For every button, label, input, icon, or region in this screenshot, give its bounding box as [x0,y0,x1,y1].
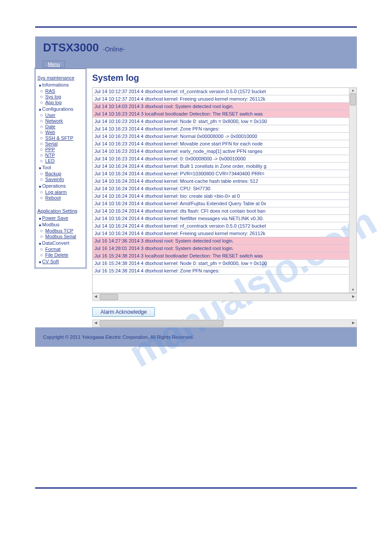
sidebar-category-configurations[interactable]: Configurations [39,106,84,112]
log-row[interactable]: Jul 14 10:16:24 2014 4 dtsxhost kernel: … [93,207,356,215]
log-horizontal-scrollbar[interactable]: ◀ ▶ [92,293,357,301]
scroll-thumb-h2[interactable] [100,320,223,326]
scroll-thumb[interactable] [350,93,356,105]
copyright: Copyright © 2011 Yokogawa Electric Corpo… [43,334,194,340]
page-horizontal-scrollbar[interactable]: ◀ ▶ [92,319,357,327]
app-title: DTSX3000 [43,41,99,54]
sidebar-item-sys-log[interactable]: Sys log [45,94,84,99]
log-row[interactable]: Jul 14 10:16:23 2014 4 dtsxhost kernel: … [93,148,356,155]
sidebar-item-reboot[interactable]: Reboot [45,195,84,200]
sidebar-category-operations[interactable]: Operations [39,183,84,189]
log-row[interactable]: Jul 14 10:16:23 2014 4 dtsxhost kernel: … [93,155,356,163]
sidebar-item-log-alarm[interactable]: Log alarm [45,189,84,195]
sidebar-item-ras[interactable]: RAS [45,88,84,94]
log-row[interactable]: Jul 14 10:16:23 2014 3 localhost bootloa… [93,110,356,118]
log-row[interactable]: Jul 14 10:16:24 2014 4 dtsxhost kernel: … [93,163,356,170]
log-list[interactable]: Jul 14 10:12:37 2014 4 dtsxhost kernel: … [92,87,357,293]
main-panel: System log Jul 14 10:12:37 2014 4 dtsxho… [86,69,357,327]
log-row[interactable]: Jul 14 10:14:03 2014 3 dtsxhost root: Sy… [93,103,356,110]
sidebar-item-ntp[interactable]: NTP [45,152,84,158]
menu-button[interactable]: Menu [43,61,65,68]
sidebar-item-saveinfo[interactable]: Saveinfo [45,177,84,182]
log-row[interactable]: Jul 14 10:12:37 2014 4 dtsxhost kernel: … [93,95,356,103]
alarm-acknowledge-button[interactable]: Alarm Acknowledge [92,307,155,317]
sidebar-item-serial[interactable]: Serial [45,141,84,146]
log-row[interactable]: Jul 14 10:16:24 2014 4 dtsxhost kernel: … [93,192,356,200]
sidebar-section-sys-maintenance[interactable]: Sys maintenance [37,75,84,80]
sidebar: Sys maintenance InformationsRASSys logAp… [35,69,86,268]
sidebar-category-dataconvert[interactable]: DataConvert [39,240,84,246]
sidebar-category-tool[interactable]: Tool [39,165,84,170]
sidebar-category-power-save[interactable]: Power Save [39,215,84,221]
scroll-up-icon[interactable]: ▲ [349,88,356,93]
sidebar-item-file-delete[interactable]: File Delete [45,252,84,258]
sidebar-item-web[interactable]: Web [45,130,84,135]
log-row[interactable]: Jul 14 10:16:24 2014 4 dtsxhost kernel: … [93,185,356,192]
scroll-left-icon[interactable]: ◀ [93,294,99,301]
log-row[interactable]: Jul 16 15:24:38 2014 4 dtsxhost kernel: … [93,260,356,267]
log-row[interactable]: Jul 14 10:16:24 2014 4 dtsxhost kernel: … [93,230,356,237]
sidebar-category-cv-soft[interactable]: CV Soft [39,259,84,264]
scroll-thumb-h[interactable] [100,294,118,300]
log-row[interactable]: Jul 14 10:16:23 2014 4 dtsxhost kernel: … [93,140,356,148]
log-row[interactable]: Jul 14 10:16:24 2014 4 dtsxhost kernel: … [93,222,356,230]
sidebar-item-user[interactable]: User [45,112,84,118]
scroll-right-icon[interactable]: ▶ [350,294,356,301]
log-row[interactable]: Jul 14 10:12:37 2014 4 dtsxhost kernel: … [93,88,356,95]
app-status: -Online- [103,46,125,53]
sidebar-item-modbus-serial[interactable]: Modbus Serial [45,234,84,239]
scroll-down-icon[interactable]: ▼ [349,287,356,293]
log-row[interactable]: Jul 16 14:27:36 2014 3 dtsxhost root: Sy… [93,237,356,245]
top-rule [35,26,357,28]
sidebar-item-ppp[interactable]: PPP [45,147,84,152]
sidebar-item-date[interactable]: Date [45,124,84,129]
log-row[interactable]: Jul 14 10:16:24 2014 4 dtsxhost kernel: … [93,178,356,185]
app-header: DTSX3000 -Online- Menu [35,36,357,69]
page-title: System log [92,73,357,83]
sidebar-item-format[interactable]: Format [45,247,84,252]
sidebar-item-modbus-tcp[interactable]: Modbus TCP [45,228,84,233]
sidebar-category-informations[interactable]: Informations [39,82,84,87]
sidebar-item-network[interactable]: Network [45,118,84,123]
sidebar-category-modbus[interactable]: Modbus [39,222,84,227]
log-row[interactable]: Jul 14 10:16:24 2014 4 dtsxhost kernel: … [93,170,356,178]
log-row[interactable]: Jul 16 15:24:38 2014 3 localhost bootloa… [93,252,356,260]
log-row[interactable]: Jul 14 10:16:23 2014 4 dtsxhost kernel: … [93,125,356,133]
sidebar-section-application-setting[interactable]: Application Setting [37,208,84,214]
log-row[interactable]: Jul 14 10:16:23 2014 4 dtsxhost kernel: … [93,133,356,140]
scroll-right-icon[interactable]: ▶ [350,320,356,327]
scroll-left-icon[interactable]: ◀ [93,320,99,327]
footer: Copyright © 2011 Yokogawa Electric Corpo… [35,327,357,347]
log-row[interactable]: Jul 14 10:16:23 2014 4 dtsxhost kernel: … [93,118,356,125]
sidebar-item-led[interactable]: LED [45,158,84,163]
bottom-rule [35,487,357,489]
log-row[interactable]: Jul 16 15:24:38 2014 4 dtsxhost kernel: … [93,267,356,275]
sidebar-item-app-log[interactable]: App log [45,100,84,105]
sidebar-item-backup[interactable]: Backup [45,171,84,176]
log-row[interactable]: Jul 14 10:16:24 2014 4 dtsxhost kernel: … [93,200,356,207]
log-row[interactable]: Jul 14 10:16:24 2014 4 dtsxhost kernel: … [93,215,356,222]
log-row[interactable]: Jul 16 14:28:01 2014 3 dtsxhost root: Sy… [93,245,356,252]
vertical-scrollbar[interactable]: ▲ ▼ [349,88,356,293]
sidebar-item-ssh-sftp[interactable]: SSH & SFTP [45,135,84,141]
